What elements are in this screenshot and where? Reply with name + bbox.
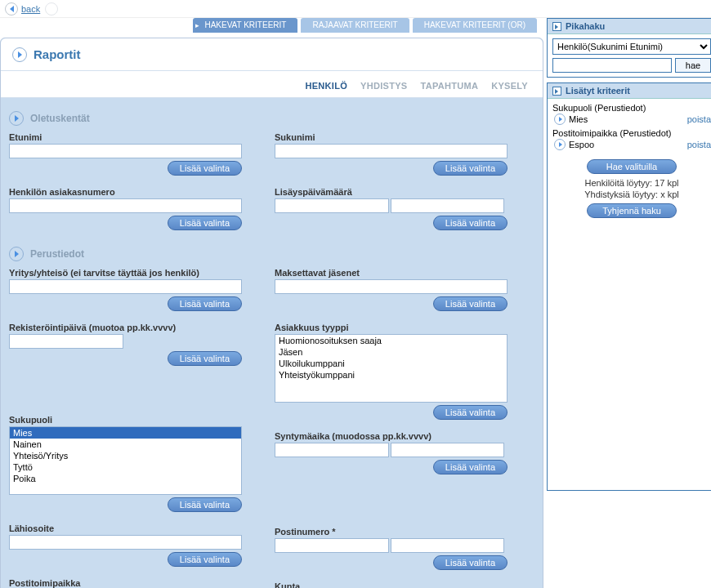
arrow-right-icon: [554, 139, 566, 150]
main-panel: Raportit HENKILÖ YHDISTYS TAPAHTUMA KYSE…: [0, 38, 543, 588]
subtab-kysely[interactable]: KYSELY: [485, 78, 534, 94]
input-lisayspvm-to[interactable]: [391, 198, 505, 213]
nav-back-icon[interactable]: [5, 2, 18, 16]
quicksearch-button[interactable]: hae: [675, 58, 711, 73]
crit-value: Espoo: [569, 140, 594, 149]
input-lahiosoite[interactable]: [9, 535, 242, 550]
label-postinumero: Postinumero *: [275, 527, 508, 537]
list-asiakkuus[interactable]: Huomionosoituksen saaja Jäsen Ulkoilukum…: [275, 334, 508, 403]
btn-add-syntymaaika[interactable]: Lisää valinta: [433, 460, 508, 474]
label-syntymaaika: Syntymäaika (muodossa pp.kk.vvvv): [275, 431, 508, 441]
list-item[interactable]: Yhteistyökumppani: [275, 369, 507, 381]
btn-add-maksettavat[interactable]: Lisää valinta: [433, 296, 508, 311]
input-asiakasnumero[interactable]: [9, 198, 242, 213]
list-item[interactable]: Nainen: [10, 439, 241, 450]
input-rekpvm[interactable]: [9, 334, 123, 349]
label-etunimi: Etunimi: [9, 132, 242, 142]
list-item[interactable]: Huomionosoituksen saaja: [275, 335, 507, 346]
arrow-right-icon: [554, 114, 566, 125]
input-maksettavat[interactable]: [275, 279, 508, 294]
subtab-yhdistys[interactable]: YHDISTYS: [354, 78, 414, 94]
quicksearch-panel: Pikahaku Henkilö(Sukunimi Etunimi) hae: [547, 18, 711, 78]
btn-add-sukupuoli[interactable]: Lisää valinta: [168, 497, 242, 512]
btn-add-postinumero[interactable]: Lisää valinta: [433, 555, 508, 570]
arrow-right-icon: [12, 47, 27, 62]
input-etunimi[interactable]: [9, 144, 242, 158]
criteria-tabs: HAKEVAT KRITEERIT RAJAAVAT KRITEERIT HAK…: [0, 18, 543, 38]
btn-add-etunimi[interactable]: Lisää valinta: [168, 161, 242, 176]
nav-forward-icon: [45, 2, 58, 16]
btn-add-asiakkuus[interactable]: Lisää valinta: [433, 405, 508, 420]
input-postinumero-to[interactable]: [391, 538, 505, 553]
label-kunta: Kunta: [275, 581, 508, 588]
crit-value: Mies: [569, 114, 588, 124]
list-item[interactable]: Yhteisö/Yritys: [10, 450, 241, 461]
page-title: Raportit: [34, 47, 81, 61]
arrow-right-icon: [552, 87, 561, 96]
chevron-right-icon[interactable]: [9, 111, 24, 126]
section-basic-label: Perustiedot: [30, 248, 84, 260]
label-rekpvm: Rekisteröintipäivä (muotoa pp.kk.vvvv): [9, 323, 242, 332]
arrow-right-icon: [552, 22, 561, 31]
list-item[interactable]: Ulkoilukumppani: [275, 358, 507, 369]
stat-henkiloita: Henkilöitä löytyy: 17 kpl: [552, 178, 711, 188]
top-nav: back: [0, 0, 711, 18]
list-item[interactable]: Tyttö: [10, 461, 241, 473]
crit-group: Sukupuoli (Perustiedot): [552, 103, 711, 113]
label-maksettavat: Maksettavat jäsenet: [275, 268, 508, 278]
input-postinumero-from[interactable]: [275, 538, 389, 553]
label-postitoimipaikka: Postitoimipaikka: [9, 578, 242, 588]
section-basic-head: Perustiedot: [9, 247, 534, 261]
btn-add-sukunimi[interactable]: Lisää valinta: [433, 161, 508, 176]
chevron-right-icon[interactable]: [9, 247, 24, 261]
added-criteria-panel: Lisätyt kriteerit Sukupuoli (Perustiedot…: [547, 82, 711, 491]
quicksearch-type-select[interactable]: Henkilö(Sukunimi Etunimi): [552, 38, 711, 55]
subtab-henkilo[interactable]: HENKILÖ: [298, 78, 354, 94]
input-lisayspvm-from[interactable]: [275, 198, 389, 213]
form-content: Oletuskentät Etunimi Lisää valinta Henki…: [1, 98, 543, 588]
crit-group: Postitoimipaikka (Perustiedot): [552, 128, 711, 138]
stat-yhdistyksia: Yhdistyksiä löytyy: x kpl: [552, 189, 711, 199]
tab-hakevat-or[interactable]: HAKEVAT KRITEERIT (OR): [413, 18, 537, 33]
input-yritys[interactable]: [9, 279, 242, 294]
label-sukunimi: Sukunimi: [275, 132, 508, 142]
input-syntymaaika-to[interactable]: [391, 443, 505, 457]
btn-add-lisayspvm[interactable]: Lisää valinta: [433, 216, 508, 230]
quicksearch-input[interactable]: [552, 58, 672, 73]
added-criteria-title: Lisätyt kriteerit: [566, 86, 630, 96]
quicksearch-head: Pikahaku: [548, 19, 711, 34]
panel-header: Raportit: [1, 38, 543, 71]
label-asiakkuus: Asiakkuus tyyppi: [275, 323, 508, 332]
btn-add-lahiosoite[interactable]: Lisää valinta: [168, 552, 242, 567]
back-link[interactable]: back: [21, 4, 40, 14]
btn-add-yritys[interactable]: Lisää valinta: [168, 296, 242, 311]
list-sukupuoli[interactable]: Mies Nainen Yhteisö/Yritys Tyttö Poika: [9, 426, 242, 495]
remove-crit-link[interactable]: poista: [687, 114, 711, 124]
entity-tabs: HENKILÖ YHDISTYS TAPAHTUMA KYSELY: [1, 71, 543, 98]
list-item[interactable]: Poika: [10, 473, 241, 484]
btn-add-asiakasnumero[interactable]: Lisää valinta: [168, 216, 242, 230]
quicksearch-title: Pikahaku: [566, 21, 605, 31]
label-sukupuoli: Sukupuoli: [9, 415, 242, 425]
tab-rajaavat[interactable]: RAJAAVAT KRITEERIT: [301, 18, 409, 33]
label-yritys: Yritys/yhteisö (ei tarvitse täyttää jos …: [9, 268, 242, 278]
remove-crit-link[interactable]: poista: [687, 140, 711, 149]
btn-add-rekpvm[interactable]: Lisää valinta: [168, 351, 242, 366]
added-criteria-head: Lisätyt kriteerit: [548, 83, 711, 99]
label-lahiosoite: Lähiosoite: [9, 523, 242, 533]
subtab-tapahtuma[interactable]: TAPAHTUMA: [414, 78, 485, 94]
clear-search-button[interactable]: Tyhjennä haku: [587, 203, 677, 218]
tab-hakevat[interactable]: HAKEVAT KRITEERIT: [193, 18, 297, 33]
list-item[interactable]: Mies: [10, 427, 241, 439]
input-syntymaaika-from[interactable]: [275, 443, 389, 457]
input-sukunimi[interactable]: [275, 144, 508, 158]
search-with-selected-button[interactable]: Hae valituilla: [587, 159, 677, 174]
label-asiakasnumero: Henkilön asiakasnumero: [9, 187, 242, 197]
label-lisayspvm: Lisäyspäivämäärä: [275, 187, 508, 197]
section-defaults-head: Oletuskentät: [9, 111, 534, 126]
list-item[interactable]: Jäsen: [275, 346, 507, 358]
section-defaults-label: Oletuskentät: [30, 113, 90, 124]
